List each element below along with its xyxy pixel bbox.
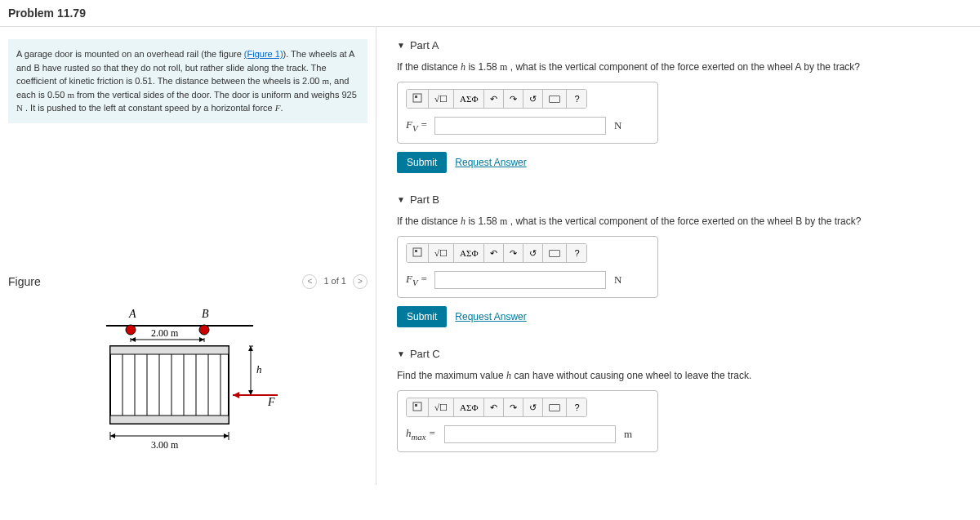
svg-rect-39 xyxy=(415,96,417,98)
redo-button[interactable]: ↷ xyxy=(504,90,523,108)
svg-point-1 xyxy=(126,325,136,335)
svg-marker-9 xyxy=(199,337,204,342)
reset-icon: ↺ xyxy=(529,402,537,413)
problem-header: Problem 11.79 xyxy=(0,0,980,27)
redo-icon: ↷ xyxy=(510,94,517,104)
input-row-c: hmax = m xyxy=(406,425,649,443)
part-a-answer-box: √☐ ΑΣΦ ↶ ↷ ↺ ? FV = N xyxy=(397,82,658,144)
svg-rect-11 xyxy=(110,346,229,424)
keyboard-button[interactable] xyxy=(543,398,567,416)
svg-marker-36 xyxy=(224,433,229,438)
redo-icon: ↷ xyxy=(510,402,517,413)
part-c-question: Find the maximum value h can have withou… xyxy=(397,370,960,382)
svg-text:3.00 m: 3.00 m xyxy=(151,439,179,451)
reset-button[interactable]: ↺ xyxy=(523,90,543,108)
template-icon xyxy=(412,247,422,259)
submit-button-a[interactable]: Submit xyxy=(397,152,447,173)
undo-button[interactable]: ↶ xyxy=(484,90,504,108)
undo-icon: ↶ xyxy=(490,94,497,104)
svg-marker-8 xyxy=(131,337,136,342)
greek-button[interactable]: ΑΣΦ xyxy=(454,90,484,108)
figure-nav: < 1 of 1 > xyxy=(302,274,368,289)
help-button[interactable]: ? xyxy=(567,90,586,108)
main-layout: A garage door is mounted on an overhead … xyxy=(0,27,980,485)
input-row-a: FV = N xyxy=(406,117,649,135)
unit-label-c: m xyxy=(624,428,632,441)
svg-text:B: B xyxy=(202,308,209,320)
svg-text:h: h xyxy=(256,363,262,376)
svg-text:F: F xyxy=(267,396,275,408)
button-row-a: Submit Request Answer xyxy=(397,152,960,173)
svg-text:2.00 m: 2.00 m xyxy=(151,327,179,339)
toolbar-a: √☐ ΑΣΦ ↶ ↷ ↺ ? xyxy=(406,89,587,109)
part-b: ▼ Part B If the distance h is 1.58 m , w… xyxy=(397,193,960,327)
keyboard-button[interactable] xyxy=(543,244,567,262)
svg-rect-43 xyxy=(415,404,417,407)
part-a: ▼ Part A If the distance h is 1.58 m , w… xyxy=(397,39,960,173)
undo-icon: ↶ xyxy=(490,248,497,259)
undo-icon: ↶ xyxy=(490,402,497,413)
greek-button[interactable]: ΑΣΦ xyxy=(454,244,484,262)
part-b-header[interactable]: ▼ Part B xyxy=(397,193,960,206)
sqrt-button[interactable]: √☐ xyxy=(429,244,454,262)
part-a-question: If the distance h is 1.58 m , what is th… xyxy=(397,61,960,73)
undo-button[interactable]: ↶ xyxy=(484,398,504,416)
template-button[interactable] xyxy=(407,244,429,262)
part-c-answer-box: √☐ ΑΣΦ ↶ ↷ ↺ ? hmax = m xyxy=(397,390,658,452)
figure-prev-button[interactable]: < xyxy=(302,274,317,289)
help-button[interactable]: ? xyxy=(567,398,586,416)
submit-button-b[interactable]: Submit xyxy=(397,306,447,327)
help-button[interactable]: ? xyxy=(567,244,586,262)
redo-icon: ↷ xyxy=(510,248,517,259)
reset-button[interactable]: ↺ xyxy=(523,244,543,262)
button-row-b: Submit Request Answer xyxy=(397,306,960,327)
sqrt-icon: √☐ xyxy=(434,248,448,259)
part-c-header[interactable]: ▼ Part C xyxy=(397,348,960,360)
svg-rect-41 xyxy=(415,250,417,252)
toolbar-b: √☐ ΑΣΦ ↶ ↷ ↺ ? xyxy=(406,243,587,263)
svg-marker-26 xyxy=(248,346,253,351)
var-label-c: hmax = xyxy=(406,427,440,442)
svg-rect-13 xyxy=(110,416,229,424)
sqrt-icon: √☐ xyxy=(434,402,448,413)
svg-point-2 xyxy=(199,325,209,335)
answer-input-c[interactable] xyxy=(444,425,616,443)
right-pane: ▼ Part A If the distance h is 1.58 m , w… xyxy=(376,27,980,485)
answer-input-a[interactable] xyxy=(434,117,606,135)
redo-button[interactable]: ↷ xyxy=(504,398,523,416)
request-answer-link-a[interactable]: Request Answer xyxy=(455,157,526,168)
keyboard-button[interactable] xyxy=(543,90,567,108)
figure-header: Figure < 1 of 1 > xyxy=(8,270,368,293)
greek-button[interactable]: ΑΣΦ xyxy=(454,398,484,416)
reset-icon: ↺ xyxy=(529,248,537,259)
caret-icon: ▼ xyxy=(397,41,405,50)
caret-icon: ▼ xyxy=(397,349,405,358)
svg-rect-12 xyxy=(110,346,229,354)
undo-button[interactable]: ↶ xyxy=(484,244,504,262)
template-button[interactable] xyxy=(407,398,429,416)
figure-image: A B 2.00 m xyxy=(8,301,368,467)
part-b-question: If the distance h is 1.58 m , what is th… xyxy=(397,216,960,228)
problem-description: A garage door is mounted on an overhead … xyxy=(8,39,368,123)
toolbar-c: √☐ ΑΣΦ ↶ ↷ ↺ ? xyxy=(406,398,587,417)
figure-next-button[interactable]: > xyxy=(353,274,368,289)
keyboard-icon xyxy=(549,404,560,411)
svg-text:A: A xyxy=(128,308,136,320)
template-icon xyxy=(412,402,422,413)
template-button[interactable] xyxy=(407,90,429,108)
var-label-b: FV = xyxy=(406,273,430,287)
sqrt-button[interactable]: √☐ xyxy=(429,90,454,108)
request-answer-link-b[interactable]: Request Answer xyxy=(455,311,526,322)
part-c: ▼ Part C Find the maximum value h can ha… xyxy=(397,348,960,452)
reset-button[interactable]: ↺ xyxy=(523,398,543,416)
part-a-header[interactable]: ▼ Part A xyxy=(397,39,960,51)
svg-marker-30 xyxy=(233,392,239,398)
problem-title: Problem 11.79 xyxy=(8,7,972,20)
unit-label-a: N xyxy=(614,119,621,132)
sqrt-button[interactable]: √☐ xyxy=(429,398,454,416)
redo-button[interactable]: ↷ xyxy=(504,244,523,262)
template-icon xyxy=(412,93,422,104)
var-label-a: FV = xyxy=(406,118,430,133)
answer-input-b[interactable] xyxy=(434,271,606,289)
figure-link[interactable]: (Figure 1) xyxy=(244,49,283,59)
